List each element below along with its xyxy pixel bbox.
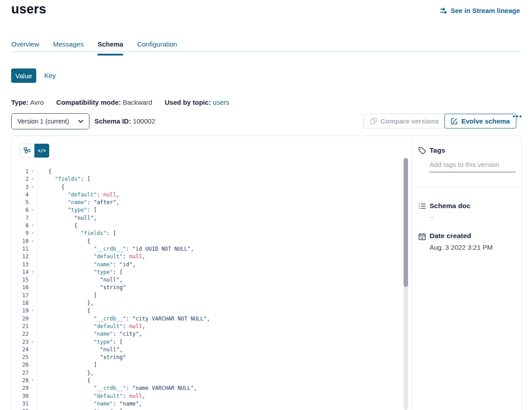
fold-arrow-icon[interactable]: ▼ (30, 230, 35, 237)
code-text: "default": null, (35, 393, 145, 400)
code-text: "name": "after", (35, 199, 119, 206)
evolve-schema-icon (451, 118, 458, 124)
code-line: 12 "default": null, (12, 253, 401, 261)
code-text: "name": "city", (35, 330, 142, 338)
line-number: 3 (12, 184, 29, 191)
key-toggle-button[interactable]: Key (44, 72, 56, 79)
code-text: "__crdb__": "city VARCHAR NOT NULL", (35, 315, 210, 323)
topic-link[interactable]: users (213, 98, 230, 106)
stream-lineage-icon (440, 8, 447, 14)
code-text: "null", (35, 346, 123, 354)
code-line: 32▼ "type": [ (12, 408, 401, 410)
line-number: 23 (12, 338, 29, 346)
page-title: users (11, 2, 46, 17)
code-line: 29 "__crdb__": "name VARCHAR NULL", (12, 384, 401, 392)
fold-arrow-icon[interactable]: ▼ (30, 338, 35, 346)
value-toggle-button[interactable]: Value (11, 68, 36, 83)
line-number: 5 (12, 199, 29, 206)
editor-scrollbar (404, 158, 408, 410)
fold-arrow-icon[interactable]: ▼ (30, 377, 35, 384)
tabs-divider (11, 51, 521, 52)
chevron-down-icon (78, 120, 83, 123)
tab-overview[interactable]: Overview (11, 40, 39, 56)
code-line: 9▼ "fields": [ (12, 230, 401, 237)
fold-arrow-icon[interactable]: ▼ (30, 175, 35, 183)
code-text: "fields": [ (35, 230, 116, 237)
compatibility-value: Backward (123, 98, 152, 106)
fold-arrow-icon[interactable]: ▼ (30, 238, 35, 245)
code-line: 25 "string" (12, 354, 401, 361)
schema-meta-row: Type: Avro Compatibility mode: Backward … (11, 98, 229, 106)
tab-messages[interactable]: Messages (53, 40, 84, 56)
code-text: "string" (35, 354, 126, 361)
code-line: 1▼{ (12, 168, 401, 175)
tag-icon (418, 147, 426, 154)
fold-arrow-icon[interactable]: ▼ (30, 206, 35, 214)
compare-versions-button[interactable]: Compare versions (363, 114, 446, 128)
fold-arrow-icon[interactable]: ▼ (30, 408, 35, 410)
code-line: 24 "null", (12, 346, 401, 354)
code-text: "type": [ (35, 269, 123, 276)
code-line: 17 ] (12, 292, 401, 299)
code-text: "type": [ (35, 408, 123, 410)
fold-arrow-icon[interactable]: ▼ (30, 222, 35, 230)
code-line: 4 "default": null, (12, 191, 401, 199)
code-line: 30 "default": null, (12, 393, 401, 400)
evolve-schema-label: Evolve schema (461, 117, 510, 125)
fold-arrow-icon[interactable]: ▼ (30, 184, 35, 191)
stream-lineage-link[interactable]: See in Stream lineage (440, 7, 520, 14)
schema-id: Schema ID: 100002 (94, 117, 155, 125)
code-line: 27 }, (12, 369, 401, 377)
compare-versions-icon (370, 118, 377, 124)
meta-type: Type: Avro (11, 98, 44, 106)
version-select[interactable]: Version 1 (current) (11, 113, 89, 129)
fold-arrow-icon[interactable]: ▼ (30, 307, 35, 315)
meta-topic: Used by topic: users (165, 98, 229, 106)
code-line: 19▼ { (12, 307, 401, 315)
code-text: }, (35, 369, 94, 377)
line-number: 6 (12, 206, 29, 214)
code-line: 22 "name": "city", (12, 330, 401, 338)
schema-doc-icon (418, 202, 426, 210)
code-text: "default": null, (35, 253, 145, 261)
line-number: 18 (12, 299, 29, 307)
line-number: 7 (12, 214, 29, 222)
fold-arrow-icon[interactable]: ▼ (30, 168, 35, 175)
code-line: 23▼ "type": [ (12, 338, 401, 346)
line-number: 2 (12, 175, 29, 183)
evolve-schema-button[interactable]: Evolve schema (444, 114, 516, 128)
version-select-value: Version 1 (current) (17, 118, 69, 125)
code-view-icon: </> (38, 148, 46, 153)
code-text: { (35, 222, 77, 230)
schema-card: </> 1▼{2▼ "fields": [3▼ {4 "default": nu… (11, 136, 522, 410)
line-number: 10 (12, 238, 29, 245)
code-line: 14▼ "type": [ (12, 269, 401, 276)
line-number: 22 (12, 330, 29, 338)
date-created-title: Date created (430, 232, 471, 240)
line-number: 1 (12, 168, 29, 175)
more-actions-button[interactable]: ••• (513, 112, 523, 120)
code-line: 26 ] (12, 361, 401, 369)
code-text: ] (35, 361, 97, 369)
code-lines: 1▼{2▼ "fields": [3▼ {4 "default": null,5… (12, 168, 401, 410)
code-text: "null", (35, 214, 97, 222)
tags-title: Tags (430, 146, 445, 154)
used-by-topic-label: Used by topic: (165, 98, 211, 106)
line-number: 9 (12, 230, 29, 237)
add-tags-input[interactable] (430, 161, 515, 172)
line-number: 17 (12, 292, 29, 299)
tab-schema[interactable]: Schema (98, 40, 123, 56)
line-number: 13 (12, 261, 29, 269)
code-line: 8▼ { (12, 222, 401, 230)
line-number: 21 (12, 323, 29, 330)
fold-arrow-icon[interactable]: ▼ (30, 269, 35, 276)
meta-compatibility: Compatibility mode: Backward (56, 98, 152, 106)
tab-configuration[interactable]: Configuration (137, 40, 177, 56)
code-line: 28▼ { (12, 377, 401, 384)
code-view-button[interactable]: </> (34, 144, 49, 158)
code-line: 13 "name": "id", (12, 261, 401, 269)
line-number: 15 (12, 276, 29, 284)
tree-view-button[interactable] (20, 144, 34, 158)
editor-scrollbar-thumb[interactable] (404, 158, 408, 287)
line-number: 12 (12, 253, 29, 261)
